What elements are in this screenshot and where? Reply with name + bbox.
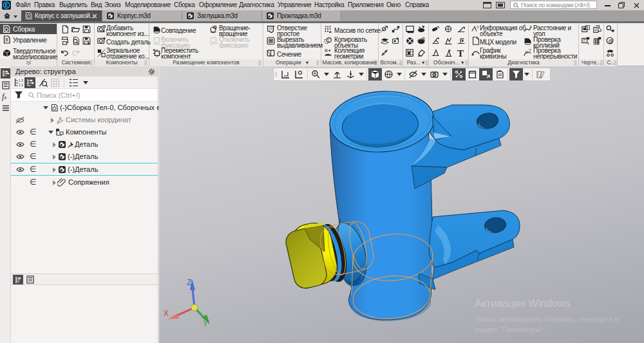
svg-text:G: G [526, 50, 529, 54]
svg-text:?: ? [529, 48, 531, 53]
svg-text:Y: Y [203, 319, 208, 328]
svg-text:?: ? [529, 25, 532, 30]
svg-text:X: X [164, 309, 169, 318]
svg-text:1 2: 1 2 [19, 79, 23, 82]
svg-text:1 2: 1 2 [19, 83, 23, 87]
svg-text:@: @ [608, 39, 612, 43]
svg-text:?: ? [477, 25, 479, 30]
svg-text:Z: Z [187, 278, 191, 287]
